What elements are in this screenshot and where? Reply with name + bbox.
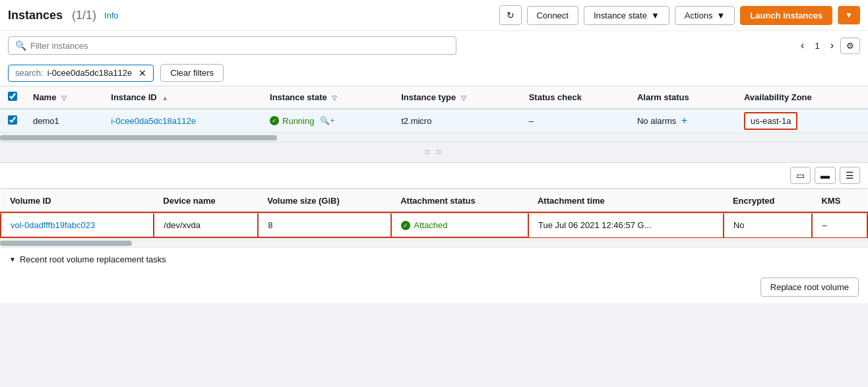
actions-label: Actions bbox=[685, 11, 713, 20]
panel-view-btn-3[interactable]: ☰ bbox=[840, 167, 860, 184]
cell-instance-id: i-0cee0da5dc18a112e bbox=[103, 109, 262, 133]
vol-col-attach-status[interactable]: Attachment status bbox=[391, 189, 528, 214]
settings-button[interactable]: ⚙ bbox=[840, 38, 860, 54]
select-all-checkbox[interactable] bbox=[8, 92, 17, 101]
launch-split-button[interactable]: ▼ bbox=[838, 6, 860, 24]
col-alarm-status[interactable]: Alarm status bbox=[629, 86, 736, 109]
instances-table: Name ▽ Instance ID ▲ Instance state ▽ In… bbox=[0, 86, 868, 133]
vol-cell-kms: – bbox=[812, 213, 867, 237]
alarm-label: No alarms bbox=[637, 116, 676, 126]
instance-count: (1/1) bbox=[72, 9, 96, 22]
next-page-button[interactable]: › bbox=[826, 37, 838, 54]
vol-col-size[interactable]: Volume size (GiB) bbox=[258, 189, 391, 214]
page-number: 1 bbox=[811, 41, 823, 51]
vol-col-kms[interactable]: KMS bbox=[812, 189, 867, 214]
cell-az: us-east-1a bbox=[736, 109, 868, 133]
launch-instances-button[interactable]: Launch instances bbox=[740, 6, 832, 25]
search-bar: 🔍 ‹ 1 › ⚙ bbox=[0, 31, 868, 60]
panel-view-btn-2[interactable]: ▬ bbox=[815, 167, 836, 184]
col-instance-type[interactable]: Instance type ▽ bbox=[393, 86, 520, 109]
instances-table-wrap: Name ▽ Instance ID ▲ Instance state ▽ In… bbox=[0, 86, 868, 133]
row-checkbox[interactable] bbox=[8, 115, 17, 125]
search-input[interactable] bbox=[30, 41, 449, 51]
state-label: Running bbox=[282, 116, 314, 126]
tasks-label: Recent root volume replacement tasks bbox=[20, 254, 166, 264]
refresh-icon: ↻ bbox=[507, 10, 514, 20]
replace-btn-area: Replace root volume bbox=[0, 271, 868, 303]
volume-scrollbar-thumb bbox=[0, 241, 132, 246]
replace-root-volume-button[interactable]: Replace root volume bbox=[760, 278, 859, 297]
volume-table-wrap: Volume ID Device name Volume size (GiB) … bbox=[0, 189, 868, 238]
prev-page-button[interactable]: ‹ bbox=[797, 37, 808, 54]
vol-col-device[interactable]: Device name bbox=[154, 189, 258, 214]
vol-col-id[interactable]: Volume ID bbox=[1, 189, 154, 214]
search-input-wrap[interactable]: 🔍 bbox=[8, 36, 456, 55]
tasks-section: ▼ Recent root volume replacement tasks bbox=[0, 247, 868, 271]
actions-button[interactable]: Actions ▼ bbox=[675, 6, 735, 25]
search-icon: 🔍 bbox=[15, 40, 26, 51]
vol-cell-id: vol-0dadfffb19fabc023 bbox=[1, 213, 154, 237]
filter-tag-value: i-0cee0da5dc18a112e bbox=[47, 68, 133, 78]
clear-filters-button[interactable]: Clear filters bbox=[160, 64, 224, 82]
volume-table: Volume ID Device name Volume size (GiB) … bbox=[0, 189, 868, 238]
vol-cell-device: /dev/xvda bbox=[154, 213, 258, 237]
vol-cell-size: 8 bbox=[258, 213, 391, 237]
cell-state: ✓ Running 🔍+ bbox=[262, 109, 393, 133]
volume-row[interactable]: vol-0dadfffb19fabc023 /dev/xvda 8 ✓ Atta… bbox=[1, 213, 867, 237]
panel-view-icon-3: ☰ bbox=[846, 170, 854, 181]
pagination-area: ‹ 1 › ⚙ bbox=[797, 37, 860, 54]
instance-id-link[interactable]: i-0cee0da5dc18a112e bbox=[111, 116, 196, 126]
panel-view-btn-1[interactable]: ▭ bbox=[790, 167, 811, 184]
tasks-toggle[interactable]: ▼ Recent root volume replacement tasks bbox=[9, 254, 859, 264]
gear-icon: ⚙ bbox=[846, 41, 854, 51]
attached-icon: ✓ bbox=[401, 221, 410, 230]
filter-tag-prefix: search: bbox=[15, 68, 44, 78]
cell-alarm: No alarms + bbox=[629, 109, 736, 133]
panel-divider: = = bbox=[0, 142, 868, 162]
volume-table-scrollbar[interactable] bbox=[0, 238, 868, 247]
info-link[interactable]: Info bbox=[104, 11, 119, 20]
chevron-down-icon-2: ▼ bbox=[716, 11, 725, 20]
table-row[interactable]: demo1 i-0cee0da5dc18a112e ✓ Running 🔍+ t… bbox=[0, 109, 868, 133]
panel-header: ▭ ▬ ☰ bbox=[0, 163, 868, 189]
drag-handle-icon[interactable]: = = bbox=[424, 146, 443, 158]
col-instance-id[interactable]: Instance ID ▲ bbox=[103, 86, 262, 109]
vol-col-encrypted[interactable]: Encrypted bbox=[724, 189, 813, 214]
col-name[interactable]: Name ▽ bbox=[25, 86, 103, 109]
header-bar: Instances (1/1) Info ↻ Connect Instance … bbox=[0, 0, 868, 31]
instance-state-button[interactable]: Instance state ▼ bbox=[584, 6, 669, 25]
az-highlighted: us-east-1a bbox=[744, 112, 797, 130]
chevron-down-icon: ▼ bbox=[651, 11, 660, 20]
refresh-button[interactable]: ↻ bbox=[499, 5, 522, 25]
filter-bar: search: i-0cee0da5dc18a112e ✕ Clear filt… bbox=[0, 60, 868, 86]
col-az[interactable]: Availability Zone bbox=[736, 86, 868, 109]
cell-status: – bbox=[521, 109, 629, 133]
attached-label: Attached bbox=[414, 220, 447, 230]
cell-type: t2.micro bbox=[393, 109, 520, 133]
vol-col-attach-time[interactable]: Attachment time bbox=[528, 189, 724, 214]
cell-name: demo1 bbox=[25, 109, 103, 133]
table-scrollbar[interactable] bbox=[0, 133, 868, 142]
scrollbar-thumb bbox=[0, 135, 277, 140]
chevron-down-icon-tasks: ▼ bbox=[9, 256, 16, 263]
bottom-panel: ▭ ▬ ☰ Volume ID Device name Volume size … bbox=[0, 162, 868, 303]
filter-tag: search: i-0cee0da5dc18a112e ✕ bbox=[8, 65, 154, 82]
filter-tag-remove-button[interactable]: ✕ bbox=[139, 68, 146, 78]
panel-view-icon-2: ▬ bbox=[821, 170, 830, 181]
vol-cell-encrypted: No bbox=[724, 213, 813, 237]
col-status-check[interactable]: Status check bbox=[521, 86, 629, 109]
panel-view-icon-1: ▭ bbox=[796, 170, 805, 181]
col-instance-state[interactable]: Instance state ▽ bbox=[262, 86, 393, 109]
page-title: Instances bbox=[8, 9, 63, 22]
vol-cell-attach-status: ✓ Attached bbox=[391, 213, 528, 237]
instance-state-label: Instance state bbox=[594, 11, 647, 20]
volume-id-link[interactable]: vol-0dadfffb19fabc023 bbox=[11, 220, 95, 230]
add-alarm-button[interactable]: + bbox=[681, 115, 687, 127]
running-icon: ✓ bbox=[270, 116, 279, 125]
connect-button[interactable]: Connect bbox=[527, 6, 578, 25]
zoom-icons: 🔍+ bbox=[320, 116, 334, 125]
chevron-down-icon-3: ▼ bbox=[845, 11, 853, 20]
vol-cell-attach-time: Tue Jul 06 2021 12:46:57 G... bbox=[528, 213, 724, 237]
